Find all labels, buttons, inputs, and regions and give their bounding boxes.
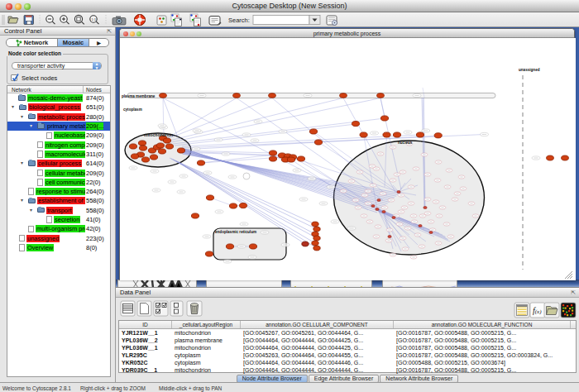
svg-text:endoplasmic reticulum: endoplasmic reticulum: [215, 230, 256, 234]
svg-text:1:1: 1:1: [92, 17, 97, 22]
svg-text:plasma membrane: plasma membrane: [122, 94, 156, 98]
svg-text:Search:: Search:: [228, 17, 250, 24]
svg-text:unassigned: unassigned: [519, 68, 540, 72]
svg-text:mitochondrion: mitochondrion: [144, 132, 173, 137]
svg-text:cytoplasm: cytoplasm: [123, 108, 142, 112]
svg-text:nucleus: nucleus: [398, 141, 413, 145]
